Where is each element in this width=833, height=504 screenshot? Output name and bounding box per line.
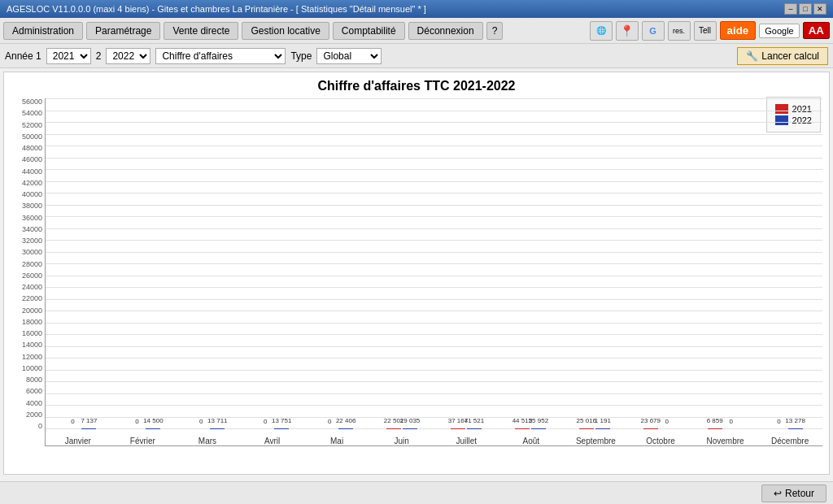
retour-icon: ↩ [774, 488, 782, 499]
bar-label-2022: 13 751 [272, 417, 291, 424]
month-label: Février [111, 429, 176, 445]
y-axis-label: 48000 [11, 145, 45, 152]
bar-label-2022: 0 [665, 418, 669, 425]
y-axis-label: 16000 [11, 330, 45, 337]
type-label: Type [290, 50, 312, 62]
bar-label-2022: 13 278 [785, 417, 805, 424]
bar-label-2022: 1 191 [595, 417, 611, 424]
y-axis-label: 32000 [11, 237, 45, 245]
google-button[interactable]: Google [759, 24, 799, 38]
month-label: Novembre [693, 429, 758, 445]
right-icons: 🌐 📍 G res. Tell aide Google AA [590, 21, 830, 41]
global-select[interactable]: Global Par bien [316, 48, 382, 64]
y-axis-label: 6000 [11, 388, 45, 395]
chart-title: Chiffre d'affaires TTC 2021-2022 [11, 79, 822, 93]
y-axis-label: 0 [11, 423, 45, 430]
y-axis-label: 44000 [11, 168, 45, 176]
bar-label-2022: 41 521 [464, 417, 484, 424]
status-bar: ↩ Retour [0, 481, 833, 504]
y-axis-label: 30000 [11, 249, 45, 256]
chart-plot: 07 137014 500013 711013 751022 40622 501… [45, 98, 822, 446]
annee2-select[interactable]: 2022 2021 2023 [106, 48, 150, 64]
window-title: AGESLOC V11.0.0.0 (maxi 4 biens) - Gites… [7, 4, 426, 14]
bar-label-2021: 6 859 [707, 417, 723, 424]
menu-administration[interactable]: Administration [3, 22, 83, 40]
bar-label-2021: 0 [135, 418, 138, 425]
month-label: Mai [304, 429, 369, 445]
aa-button[interactable]: AA [803, 22, 830, 39]
month-label: Juin [369, 429, 434, 445]
menu-comptabilite[interactable]: Comptabilité [333, 22, 405, 40]
bar-label-2022: 55 952 [529, 417, 548, 424]
bar-label-2022: 13 711 [207, 417, 227, 424]
lancer-icon: 🔧 [746, 50, 758, 62]
maximize-button[interactable]: □ [799, 3, 812, 15]
bar-label-2021: 0 [328, 418, 331, 425]
google-maps-icon[interactable]: 📍 [616, 21, 639, 41]
y-axis: 0200040006000800010000120001400016000180… [11, 98, 45, 446]
menu-vente-directe[interactable]: Vente directe [164, 22, 238, 40]
chart-area: 0200040006000800010000120001400016000180… [11, 98, 822, 446]
month-labels: JanvierFévrierMarsAvrilMaiJuinJuilletAoû… [46, 429, 822, 445]
menu-help[interactable]: ? [486, 22, 504, 40]
menu-gestion-locative[interactable]: Gestion locative [242, 22, 329, 40]
month-label: Septembre [564, 429, 629, 445]
title-bar: AGESLOC V11.0.0.0 (maxi 4 biens) - Gites… [0, 0, 833, 18]
y-axis-label: 14000 [11, 341, 45, 349]
window-controls: – □ ✕ [784, 3, 826, 15]
y-axis-label: 46000 [11, 156, 45, 163]
bar-label-2022: 22 406 [336, 417, 355, 424]
annee1-select[interactable]: 2021 2020 2022 [46, 48, 91, 64]
annee-label: Année 1 [5, 50, 41, 62]
annee2-label: 2 [96, 50, 102, 62]
retour-button[interactable]: ↩ Retour [761, 484, 826, 502]
y-axis-label: 20000 [11, 307, 45, 315]
month-label: Décembre [757, 429, 822, 445]
y-axis-label: 28000 [11, 261, 45, 268]
y-axis-label: 36000 [11, 215, 45, 222]
bar-label-2021: 0 [199, 418, 203, 425]
y-axis-label: 4000 [11, 400, 45, 407]
toolbar: Année 1 2021 2020 2022 2 2022 2021 2023 … [0, 44, 833, 68]
bar-label-2022: 29 035 [400, 417, 420, 424]
y-axis-label: 42000 [11, 180, 45, 187]
close-button[interactable]: ✕ [813, 3, 826, 15]
y-axis-label: 26000 [11, 272, 45, 280]
bar-label-2022: 7 137 [81, 417, 97, 424]
bar-label-2022: 14 500 [143, 417, 163, 424]
telloh-icon[interactable]: Tell [694, 21, 717, 41]
google-icon[interactable]: G [642, 21, 665, 41]
bar-label-2022: 0 [729, 418, 732, 425]
y-axis-label: 18000 [11, 319, 45, 326]
bar-label-2021: 0 [71, 418, 74, 425]
y-axis-label: 54000 [11, 110, 45, 117]
reserv-icon[interactable]: res. [668, 21, 691, 41]
month-label: Juillet [434, 429, 499, 445]
menu-bar: Administration Paramétrage Vente directe… [0, 18, 833, 44]
month-label: Janvier [46, 429, 111, 445]
bars-area: 07 137014 500013 711013 751022 40622 501… [46, 98, 822, 429]
minimize-button[interactable]: – [784, 3, 797, 15]
y-axis-label: 34000 [11, 226, 45, 233]
month-label: Août [499, 429, 564, 445]
y-axis-label: 52000 [11, 122, 45, 129]
y-axis-label: 24000 [11, 284, 45, 291]
lancer-calcul-button[interactable]: 🔧 Lancer calcul [737, 47, 828, 65]
bar-label-2021: 23 679 [641, 417, 661, 424]
month-label: Avril [240, 429, 305, 445]
globe-icon[interactable]: 🌐 [590, 21, 613, 41]
bar-label-2021: 0 [777, 418, 780, 425]
y-axis-label: 38000 [11, 202, 45, 210]
y-axis-label: 12000 [11, 354, 45, 361]
type-select[interactable]: Chiffre d'affaires Nuitées Taux d'occupa… [155, 48, 286, 64]
bar-label-2021: 25 016 [577, 417, 596, 424]
y-axis-label: 2000 [11, 411, 45, 419]
month-label: Mars [175, 429, 240, 445]
chart-container: Chiffre d'affaires TTC 2021-2022 2021 20… [3, 72, 830, 475]
menu-parametrage[interactable]: Paramétrage [86, 22, 160, 40]
y-axis-label: 8000 [11, 376, 45, 384]
bar-label-2021: 0 [264, 418, 267, 425]
aide-button[interactable]: aide [720, 21, 757, 40]
menu-deconnexion[interactable]: Déconnexion [408, 22, 483, 40]
y-axis-label: 22000 [11, 295, 45, 302]
